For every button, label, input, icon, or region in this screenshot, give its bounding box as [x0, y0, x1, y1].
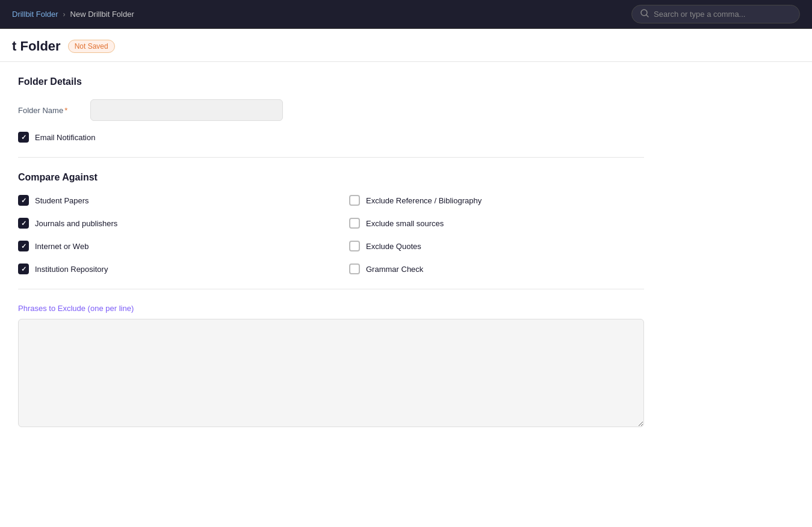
- phrases-section: Phrases to Exclude (one per line): [18, 304, 644, 430]
- exclude-reference-label[interactable]: Exclude Reference / Bibliography: [366, 196, 482, 205]
- exclude-quotes-label[interactable]: Exclude Quotes: [366, 242, 421, 251]
- compare-option-row: ✓ Internet or Web: [18, 241, 313, 251]
- compare-against-title: Compare Against: [18, 172, 644, 183]
- page-header: t Folder Not Saved: [0, 29, 812, 62]
- svg-line-1: [646, 15, 648, 17]
- email-notification-label[interactable]: Email Notification: [35, 133, 95, 142]
- top-navigation-bar: Drillbit Folder › New Drillbit Folder: [0, 0, 812, 29]
- exclude-reference-checkbox[interactable]: [349, 195, 360, 206]
- compare-option-row: Grammar Check: [349, 264, 644, 274]
- institution-repository-label[interactable]: Institution Repository: [35, 265, 108, 274]
- folder-details-title: Folder Details: [18, 76, 644, 87]
- folder-name-row: Folder Name*: [18, 99, 644, 121]
- phrases-textarea[interactable]: [18, 319, 644, 427]
- compare-against-section: Compare Against ✓ Student Papers ✓ Journ…: [18, 172, 644, 289]
- journals-publishers-checkbox[interactable]: ✓: [18, 218, 29, 229]
- internet-web-checkbox[interactable]: ✓: [18, 241, 29, 251]
- breadcrumb-current: New Drillbit Folder: [70, 10, 134, 19]
- compare-option-row: ✓ Journals and publishers: [18, 218, 313, 229]
- page-title: t Folder: [12, 39, 61, 54]
- compare-option-row: Exclude Quotes: [349, 241, 644, 251]
- compare-option-row: ✓ Institution Repository: [18, 264, 313, 274]
- folder-name-input[interactable]: [90, 99, 283, 121]
- journals-publishers-label[interactable]: Journals and publishers: [35, 219, 117, 228]
- search-icon: [640, 9, 649, 19]
- exclude-small-sources-label[interactable]: Exclude small sources: [366, 219, 444, 228]
- student-papers-label[interactable]: Student Papers: [35, 196, 89, 205]
- breadcrumb-separator: ›: [63, 10, 66, 19]
- compare-option-row: ✓ Student Papers: [18, 195, 313, 206]
- grammar-check-label[interactable]: Grammar Check: [366, 265, 423, 274]
- phrases-label: Phrases to Exclude (one per line): [18, 304, 644, 313]
- checkmark-icon: ✓: [21, 197, 26, 204]
- checkmark-icon: ✓: [21, 220, 26, 227]
- compare-left-column: ✓ Student Papers ✓ Journals and publishe…: [18, 195, 313, 274]
- search-bar: [631, 5, 800, 23]
- folder-details-section: Folder Details Folder Name* ✓ Email Noti…: [18, 76, 644, 158]
- required-star: *: [64, 106, 67, 115]
- compare-option-row: Exclude small sources: [349, 218, 644, 229]
- checkmark-icon: ✓: [21, 134, 26, 141]
- search-input[interactable]: [654, 10, 786, 19]
- main-content: Folder Details Folder Name* ✓ Email Noti…: [0, 62, 662, 444]
- folder-name-label: Folder Name*: [18, 106, 78, 115]
- compare-option-row: Exclude Reference / Bibliography: [349, 195, 644, 206]
- checkmark-icon: ✓: [21, 266, 26, 273]
- internet-web-label[interactable]: Internet or Web: [35, 242, 88, 251]
- exclude-small-sources-checkbox[interactable]: [349, 218, 360, 229]
- breadcrumb-root-link[interactable]: Drillbit Folder: [12, 10, 58, 19]
- compare-right-column: Exclude Reference / Bibliography Exclude…: [349, 195, 644, 274]
- grammar-check-checkbox[interactable]: [349, 264, 360, 274]
- email-notification-checkbox[interactable]: ✓: [18, 132, 29, 143]
- compare-grid: ✓ Student Papers ✓ Journals and publishe…: [18, 195, 644, 274]
- email-notification-row: ✓ Email Notification: [18, 132, 644, 143]
- checkmark-icon: ✓: [21, 243, 26, 250]
- institution-repository-checkbox[interactable]: ✓: [18, 264, 29, 274]
- student-papers-checkbox[interactable]: ✓: [18, 195, 29, 206]
- exclude-quotes-checkbox[interactable]: [349, 241, 360, 251]
- breadcrumb: Drillbit Folder › New Drillbit Folder: [12, 10, 134, 19]
- status-badge: Not Saved: [68, 40, 115, 53]
